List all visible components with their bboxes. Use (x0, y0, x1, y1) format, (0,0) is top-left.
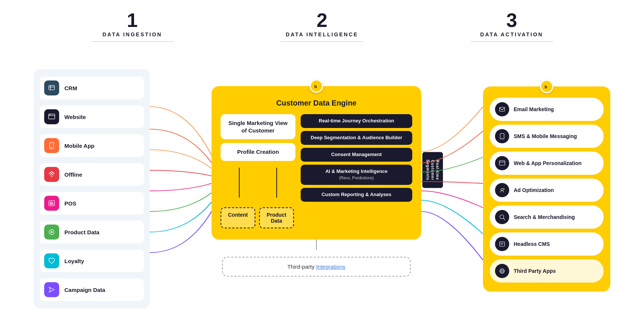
col-mid: b Customer Data Engine Single Marketing … (212, 86, 421, 277)
svg-point-21 (502, 137, 502, 138)
list-item: Mobile App (40, 134, 144, 157)
cde-title: Customer Data Engine (276, 99, 356, 107)
header-line-2 (281, 41, 363, 42)
divider (40, 160, 144, 160)
email-icon (495, 102, 509, 116)
activation-item-sms: SMS & Mobile Messaging (490, 125, 604, 148)
right-panel-badge: b (540, 80, 553, 93)
divider (40, 275, 144, 275)
svg-rect-13 (50, 204, 54, 205)
svg-point-9 (51, 176, 52, 177)
left-connection-lines (150, 69, 212, 294)
cde-left-col: Single Marketing View of Customer Profil… (221, 114, 295, 228)
campaign-icon (44, 282, 59, 297)
activation-item-email: Email Marketing (490, 98, 604, 121)
header-number-2: 2 (317, 10, 328, 30)
svg-text:b: b (315, 84, 317, 89)
cde-inner: Single Marketing View of Customer Profil… (221, 114, 412, 228)
divider (40, 246, 144, 247)
integrations-text: Third-party (287, 263, 316, 270)
svg-point-15 (51, 231, 53, 233)
single-marketing-view-box: Single Marketing View of Customer (221, 114, 295, 139)
header-line-3 (471, 41, 553, 42)
ingestion-offline-label: Offline (64, 171, 82, 178)
list-item: POS (40, 192, 144, 214)
ingestion-product-label: Product Data (64, 229, 99, 235)
realtime-journey-box: Real-time Journey Orchestration (301, 114, 412, 128)
header-line-1 (91, 41, 173, 42)
list-item: Campaign Data (40, 278, 144, 301)
integrations-box: Third-party Integrations (222, 257, 411, 277)
header-number-1: 1 (127, 10, 138, 30)
apps-icon (495, 264, 509, 278)
svg-line-28 (503, 218, 505, 220)
cms-label: Headless CMS (514, 241, 550, 247)
svg-point-5 (49, 115, 50, 115)
svg-text:b: b (545, 84, 547, 89)
svg-rect-12 (51, 202, 52, 203)
svg-rect-19 (499, 107, 505, 111)
pos-icon (44, 196, 59, 211)
activation-item-third-party: Third Party Apps (490, 259, 604, 283)
col-right: b Email Marketing SMS & Mobile Messaging (483, 71, 610, 292)
svg-rect-22 (499, 161, 505, 165)
ingestion-crm-label: CRM (64, 85, 77, 91)
product-icon (44, 225, 59, 240)
list-item: Website (40, 106, 144, 128)
header-col-3: 3 DATA ACTIVATION (418, 10, 606, 42)
deep-seg-box: Deep Segmentation & Audience Builder (301, 131, 412, 145)
divider (40, 217, 144, 218)
consent-box: Consent Management (301, 148, 412, 162)
svg-rect-10 (49, 201, 55, 205)
ad-icon: $ (495, 183, 509, 197)
email-label: Email Marketing (514, 106, 554, 112)
activation-item-ad: $ Ad Optimization (490, 179, 604, 202)
svg-point-24 (501, 188, 503, 190)
cms-icon (495, 237, 509, 251)
activation-item-cms: Headless CMS (490, 232, 604, 256)
mobile-icon (44, 138, 59, 153)
ingestion-mobile-label: Mobile App (64, 143, 94, 149)
list-item: Product Data (40, 221, 144, 243)
left-panel: CRM Website Mobile App (34, 69, 150, 308)
website-icon (44, 109, 59, 124)
list-item: CRM (40, 77, 144, 99)
header-title-1: DATA INGESTION (103, 31, 162, 37)
header-title-3: DATA ACTIVATION (480, 31, 543, 37)
profile-creation-box: Profile Creation (221, 143, 295, 161)
web-label: Web & App Personalization (514, 160, 581, 166)
col-gap-left (150, 69, 212, 294)
right-connection-lines (421, 69, 483, 294)
activation-item-search: Search & Merchandising (490, 205, 604, 229)
integrations-link[interactable]: Integrations (316, 263, 345, 270)
web-icon (495, 156, 509, 170)
custom-reporting-box: Custom Reporting & Analyses (301, 188, 412, 202)
cde-card: b Customer Data Engine Single Marketing … (212, 86, 421, 240)
right-panel: b Email Marketing SMS & Mobile Messaging (483, 86, 610, 292)
cde-right-col: Real-time Journey Orchestration Deep Seg… (301, 114, 412, 228)
ingestion-campaign-label: Campaign Data (64, 287, 105, 293)
line-to-integrations (316, 240, 317, 250)
product-data-box: ProductData (259, 207, 294, 228)
sms-icon (495, 129, 509, 143)
svg-rect-11 (50, 202, 51, 203)
offline-icon (44, 167, 59, 182)
ingestion-website-label: Website (64, 114, 86, 120)
svg-rect-29 (499, 242, 505, 246)
apps-label: Third Party Apps (514, 268, 556, 274)
svg-rect-0 (49, 85, 55, 90)
col-left: CRM Website Mobile App (34, 54, 150, 308)
crm-icon (44, 80, 59, 95)
col-gap-right (421, 69, 483, 294)
search-icon (495, 210, 509, 224)
sms-label: SMS & Mobile Messaging (514, 133, 577, 139)
svg-point-27 (500, 215, 504, 219)
list-item: Offline (40, 163, 144, 186)
search-label: Search & Merchandising (514, 214, 575, 220)
svg-point-6 (50, 115, 51, 115)
header-col-1: 1 DATA INGESTION (39, 10, 227, 42)
ai-marketing-box: AI & Marketing Intelligence(Recs, Predic… (301, 165, 412, 185)
activation-item-web: Web & App Personalization (490, 152, 604, 175)
svg-point-8 (51, 147, 52, 148)
ingestion-loyalty-label: Loyalty (64, 258, 84, 264)
